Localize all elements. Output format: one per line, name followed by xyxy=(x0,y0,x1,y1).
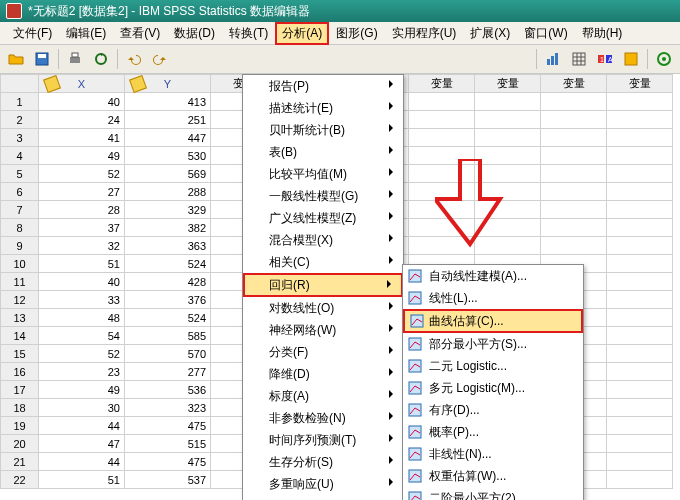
row-header[interactable]: 16 xyxy=(1,363,39,381)
analyze-item[interactable]: 时间序列预测(T) xyxy=(243,429,403,451)
col-empty[interactable]: 变量 xyxy=(409,75,475,93)
row-header[interactable]: 20 xyxy=(1,435,39,453)
row-header[interactable]: 4 xyxy=(1,147,39,165)
row-header[interactable]: 3 xyxy=(1,129,39,147)
cell-x[interactable]: 27 xyxy=(39,183,125,201)
cell-y[interactable]: 288 xyxy=(125,183,211,201)
grid-icon[interactable] xyxy=(567,47,591,71)
analyze-item[interactable]: 分类(F) xyxy=(243,341,403,363)
cell-x[interactable]: 30 xyxy=(39,399,125,417)
row-header[interactable]: 8 xyxy=(1,219,39,237)
menu-graph[interactable]: 图形(G) xyxy=(329,22,384,45)
regression-item[interactable]: 二元 Logistic... xyxy=(403,355,583,377)
cell-y[interactable]: 447 xyxy=(125,129,211,147)
analyze-item[interactable]: 一般线性模型(G) xyxy=(243,185,403,207)
cell-x[interactable]: 28 xyxy=(39,201,125,219)
cell-y[interactable]: 376 xyxy=(125,291,211,309)
open-icon[interactable] xyxy=(4,47,28,71)
cell-y[interactable]: 475 xyxy=(125,453,211,471)
cell-x[interactable]: 47 xyxy=(39,435,125,453)
regression-item[interactable]: 曲线估算(C)... xyxy=(403,309,583,333)
menu-help[interactable]: 帮助(H) xyxy=(575,22,630,45)
print-icon[interactable] xyxy=(63,47,87,71)
cell-y[interactable]: 251 xyxy=(125,111,211,129)
row-header[interactable]: 7 xyxy=(1,201,39,219)
row-header[interactable]: 15 xyxy=(1,345,39,363)
cell-x[interactable]: 44 xyxy=(39,453,125,471)
cell-x[interactable]: 54 xyxy=(39,327,125,345)
variables-icon[interactable] xyxy=(619,47,643,71)
regression-item[interactable]: 权重估算(W)... xyxy=(403,465,583,487)
regression-item[interactable]: 有序(D)... xyxy=(403,399,583,421)
cell-x[interactable]: 48 xyxy=(39,309,125,327)
regression-item[interactable]: 自动线性建模(A)... xyxy=(403,265,583,287)
cell-y[interactable]: 524 xyxy=(125,255,211,273)
row-header[interactable]: 2 xyxy=(1,111,39,129)
cell-y[interactable]: 323 xyxy=(125,399,211,417)
save-icon[interactable] xyxy=(30,47,54,71)
menu-transform[interactable]: 转换(T) xyxy=(222,22,275,45)
cell-y[interactable]: 530 xyxy=(125,147,211,165)
cell-y[interactable]: 515 xyxy=(125,435,211,453)
row-header[interactable]: 5 xyxy=(1,165,39,183)
row-header[interactable]: 19 xyxy=(1,417,39,435)
row-header[interactable]: 12 xyxy=(1,291,39,309)
analyze-item[interactable]: 贝叶斯统计(B) xyxy=(243,119,403,141)
row-header[interactable]: 6 xyxy=(1,183,39,201)
row-header[interactable]: 13 xyxy=(1,309,39,327)
row-header[interactable]: 11 xyxy=(1,273,39,291)
cell-y[interactable]: 363 xyxy=(125,237,211,255)
regression-item[interactable]: 线性(L)... xyxy=(403,287,583,309)
cell-y[interactable]: 536 xyxy=(125,381,211,399)
analyze-item[interactable]: 对数线性(O) xyxy=(243,297,403,319)
analyze-item[interactable]: 降维(D) xyxy=(243,363,403,385)
recall-icon[interactable] xyxy=(89,47,113,71)
cell-y[interactable]: 329 xyxy=(125,201,211,219)
row-header[interactable]: 1 xyxy=(1,93,39,111)
cell-x[interactable]: 32 xyxy=(39,237,125,255)
menu-utilities[interactable]: 实用程序(U) xyxy=(385,22,464,45)
menu-edit[interactable]: 编辑(E) xyxy=(59,22,113,45)
cell-x[interactable]: 52 xyxy=(39,345,125,363)
cell-x[interactable]: 40 xyxy=(39,93,125,111)
analyze-item[interactable]: 描述统计(E) xyxy=(243,97,403,119)
menu-analyze[interactable]: 分析(A) xyxy=(275,22,329,45)
cell-y[interactable]: 537 xyxy=(125,471,211,489)
col-empty[interactable]: 变量 xyxy=(475,75,541,93)
row-header[interactable]: 22 xyxy=(1,471,39,489)
run-icon[interactable] xyxy=(652,47,676,71)
analyze-item[interactable]: 神经网络(W) xyxy=(243,319,403,341)
cell-x[interactable]: 44 xyxy=(39,417,125,435)
value-labels-icon[interactable]: 1A xyxy=(593,47,617,71)
analyze-item[interactable]: 广义线性模型(Z) xyxy=(243,207,403,229)
regression-item[interactable]: 二阶最小平方(2)... xyxy=(403,487,583,500)
cell-y[interactable]: 569 xyxy=(125,165,211,183)
regression-item[interactable]: 部分最小平方(S)... xyxy=(403,333,583,355)
col-y[interactable]: Y xyxy=(125,75,211,93)
analyze-item[interactable]: 比较平均值(M) xyxy=(243,163,403,185)
row-header[interactable]: 18 xyxy=(1,399,39,417)
analyze-item[interactable]: 回归(R) xyxy=(243,273,403,297)
cell-x[interactable]: 49 xyxy=(39,381,125,399)
menu-extensions[interactable]: 扩展(X) xyxy=(463,22,517,45)
menu-view[interactable]: 查看(V) xyxy=(113,22,167,45)
analyze-item[interactable]: 相关(C) xyxy=(243,251,403,273)
analyze-item[interactable]: ⦻缺失值分析(Y)... xyxy=(243,495,403,500)
cell-x[interactable]: 51 xyxy=(39,255,125,273)
menu-file[interactable]: 文件(F) xyxy=(6,22,59,45)
row-header[interactable]: 21 xyxy=(1,453,39,471)
analyze-item[interactable]: 生存分析(S) xyxy=(243,451,403,473)
cell-y[interactable]: 277 xyxy=(125,363,211,381)
chart-icon[interactable] xyxy=(541,47,565,71)
cell-y[interactable]: 428 xyxy=(125,273,211,291)
cell-y[interactable]: 413 xyxy=(125,93,211,111)
regression-item[interactable]: 概率(P)... xyxy=(403,421,583,443)
analyze-item[interactable]: 非参数检验(N) xyxy=(243,407,403,429)
row-header[interactable]: 9 xyxy=(1,237,39,255)
cell-y[interactable]: 585 xyxy=(125,327,211,345)
cell-y[interactable]: 524 xyxy=(125,309,211,327)
col-empty[interactable]: 变量 xyxy=(607,75,673,93)
analyze-item[interactable]: 混合模型(X) xyxy=(243,229,403,251)
cell-x[interactable]: 33 xyxy=(39,291,125,309)
row-header[interactable]: 14 xyxy=(1,327,39,345)
